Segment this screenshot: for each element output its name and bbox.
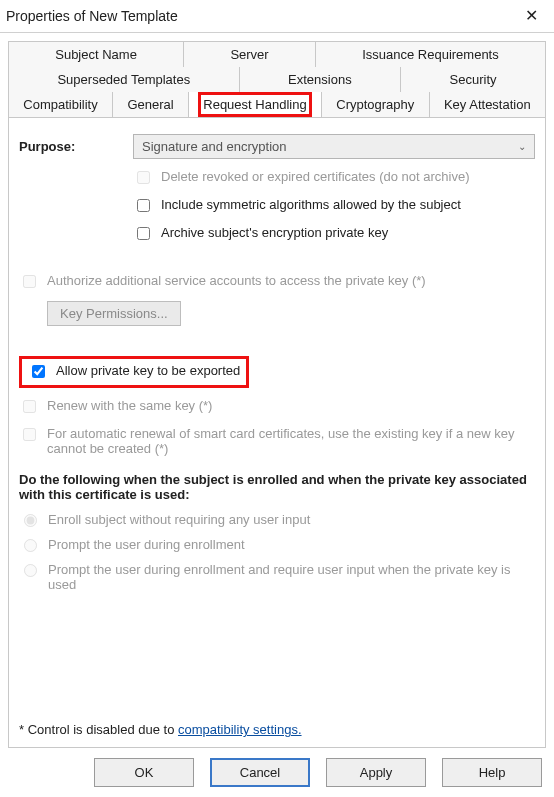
tab-request-handling[interactable]: Request Handling xyxy=(189,92,322,117)
purpose-value: Signature and encryption xyxy=(142,139,287,154)
chevron-down-icon: ⌄ xyxy=(518,141,526,152)
key-permissions-button: Key Permissions... xyxy=(47,301,181,326)
rad-prompt-enroll: Prompt the user during enrollment xyxy=(19,537,535,552)
rad-prompt-key-use-label: Prompt the user during enrollment and re… xyxy=(48,562,535,592)
chk-include-symmetric-label: Include symmetric algorithms allowed by … xyxy=(161,197,461,212)
tab-general[interactable]: General xyxy=(113,92,189,117)
chk-renew-same-key-input xyxy=(23,400,36,413)
chk-include-symmetric-input[interactable] xyxy=(137,199,150,212)
request-handling-panel: Purpose: Signature and encryption ⌄ Dele… xyxy=(8,117,546,748)
rad-prompt-enroll-label: Prompt the user during enrollment xyxy=(48,537,245,552)
chk-allow-export-input[interactable] xyxy=(32,365,45,378)
rad-enroll-noinput: Enroll subject without requiring any use… xyxy=(19,512,535,527)
ok-button[interactable]: OK xyxy=(94,758,194,787)
titlebar: Properties of New Template ✕ xyxy=(0,0,554,33)
tab-extensions[interactable]: Extensions xyxy=(240,67,401,92)
chk-auto-renew-smartcard: For automatic renewal of smart card cert… xyxy=(19,426,535,456)
chk-allow-export-label: Allow private key to be exported xyxy=(56,363,240,378)
tab-strip: Subject Name Server Issuance Requirement… xyxy=(0,33,554,117)
close-icon[interactable]: ✕ xyxy=(519,6,544,26)
properties-dialog: Properties of New Template ✕ Subject Nam… xyxy=(0,0,554,797)
tab-compatibility[interactable]: Compatibility xyxy=(8,92,113,117)
chk-archive-key-input[interactable] xyxy=(137,227,150,240)
help-button[interactable]: Help xyxy=(442,758,542,787)
tab-subject-name[interactable]: Subject Name xyxy=(8,41,184,67)
compatibility-footnote: * Control is disabled due to compatibili… xyxy=(19,722,535,737)
tab-superseded-templates[interactable]: Superseded Templates xyxy=(8,67,240,92)
rad-enroll-noinput-input xyxy=(24,514,37,527)
chk-auto-renew-smartcard-input xyxy=(23,428,36,441)
tab-issuance-requirements[interactable]: Issuance Requirements xyxy=(316,41,546,67)
rad-enroll-noinput-label: Enroll subject without requiring any use… xyxy=(48,512,310,527)
chk-authorize-accounts-label: Authorize additional service accounts to… xyxy=(47,273,426,288)
chk-allow-export[interactable]: Allow private key to be exported xyxy=(28,363,240,381)
chk-renew-same-key-label: Renew with the same key (*) xyxy=(47,398,212,413)
purpose-combobox[interactable]: Signature and encryption ⌄ xyxy=(133,134,535,159)
chk-authorize-accounts-input xyxy=(23,275,36,288)
dialog-button-bar: OK Cancel Apply Help xyxy=(0,748,554,797)
rad-prompt-key-use: Prompt the user during enrollment and re… xyxy=(19,562,535,592)
dialog-title: Properties of New Template xyxy=(6,8,178,24)
chk-delete-revoked: Delete revoked or expired certificates (… xyxy=(133,169,535,187)
rad-prompt-key-use-input xyxy=(24,564,37,577)
apply-button[interactable]: Apply xyxy=(326,758,426,787)
chk-archive-key-label: Archive subject's encryption private key xyxy=(161,225,388,240)
chk-archive-key[interactable]: Archive subject's encryption private key xyxy=(133,225,535,243)
chk-authorize-accounts: Authorize additional service accounts to… xyxy=(19,273,535,291)
tab-key-attestation[interactable]: Key Attestation xyxy=(430,92,546,117)
tab-server[interactable]: Server xyxy=(184,41,316,67)
chk-include-symmetric[interactable]: Include symmetric algorithms allowed by … xyxy=(133,197,535,215)
cancel-button[interactable]: Cancel xyxy=(210,758,310,787)
chk-renew-same-key: Renew with the same key (*) xyxy=(19,398,535,416)
chk-delete-revoked-label: Delete revoked or expired certificates (… xyxy=(161,169,470,184)
tab-security[interactable]: Security xyxy=(401,67,546,92)
chk-delete-revoked-input xyxy=(137,171,150,184)
tab-cryptography[interactable]: Cryptography xyxy=(322,92,430,117)
rad-prompt-enroll-input xyxy=(24,539,37,552)
footnote-prefix: * Control is disabled due to xyxy=(19,722,178,737)
enroll-heading: Do the following when the subject is enr… xyxy=(19,472,535,502)
compatibility-settings-link[interactable]: compatibility settings. xyxy=(178,722,302,737)
chk-auto-renew-smartcard-label: For automatic renewal of smart card cert… xyxy=(47,426,535,456)
purpose-label: Purpose: xyxy=(19,139,109,154)
